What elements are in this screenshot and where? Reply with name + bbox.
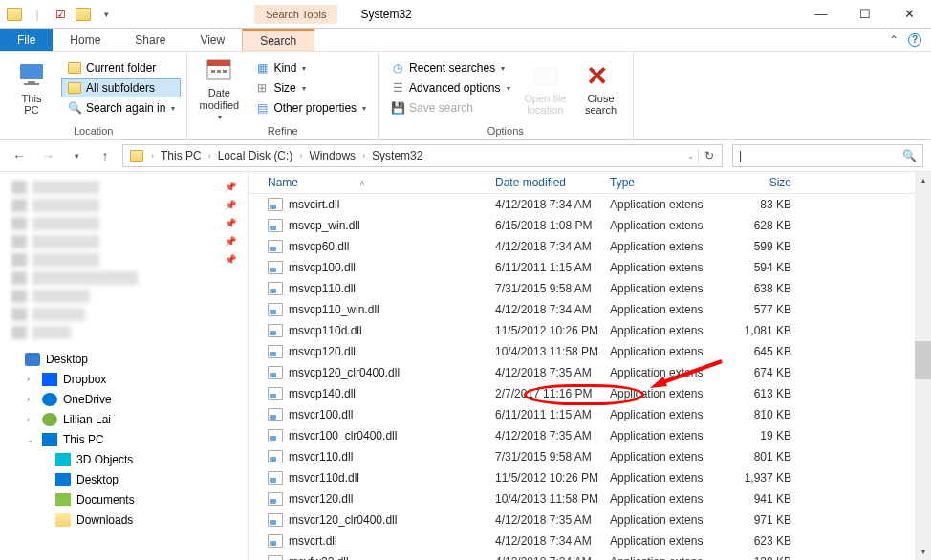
- other-properties-button[interactable]: ▤Other properties▾: [249, 98, 372, 118]
- file-row[interactable]: msvcr100.dll6/11/2011 1:15 AMApplication…: [249, 404, 931, 425]
- advanced-options-button[interactable]: ☰Advanced options▾: [384, 78, 515, 97]
- file-row[interactable]: msvcp110.dll7/31/2015 9:58 AMApplication…: [249, 278, 931, 299]
- column-header-type[interactable]: Type: [610, 176, 725, 189]
- search-box[interactable]: | 🔍: [732, 144, 923, 167]
- scroll-down-icon[interactable]: ▾: [915, 544, 931, 560]
- quick-access-item[interactable]: [8, 287, 240, 305]
- refresh-button[interactable]: ↻: [698, 149, 720, 162]
- main-content: 📌 📌 📌 📌 📌 Desktop ›Dropbox ›OneDrive ›Li…: [0, 172, 931, 560]
- vertical-scrollbar[interactable]: ▴ ▾: [915, 172, 931, 560]
- back-button[interactable]: ←: [8, 144, 31, 167]
- column-header-date[interactable]: Date modified: [495, 176, 610, 189]
- tree-dropbox[interactable]: ›Dropbox: [6, 369, 242, 389]
- this-pc-button[interactable]: This PC: [6, 60, 57, 116]
- save-search-button[interactable]: 💾Save search: [384, 98, 515, 118]
- column-header-size[interactable]: Size: [725, 176, 811, 189]
- file-size: 810 KB: [725, 408, 811, 421]
- tree-desktop[interactable]: Desktop: [6, 349, 242, 369]
- file-row[interactable]: msvcp_win.dll6/15/2018 1:08 PMApplicatio…: [249, 215, 931, 236]
- search-again-in-button[interactable]: 🔍Search again in▾: [61, 98, 181, 118]
- file-row[interactable]: msvcrt.dll4/12/2018 7:34 AMApplication e…: [249, 530, 931, 551]
- pin-icon: 📌: [225, 218, 236, 228]
- file-row[interactable]: msvcp140.dll2/7/2017 11:16 PMApplication…: [249, 383, 931, 404]
- tree-this-pc[interactable]: ⌄This PC: [6, 429, 242, 449]
- quick-access-item[interactable]: 📌: [8, 196, 240, 214]
- size-button[interactable]: ⊞Size▾: [249, 78, 372, 97]
- svg-rect-6: [217, 70, 221, 73]
- save-icon: 💾: [390, 100, 405, 116]
- maximize-button[interactable]: ☐: [843, 0, 887, 29]
- chevron-right-icon[interactable]: ›: [296, 151, 305, 161]
- file-row[interactable]: msvcp120.dll10/4/2013 11:58 PMApplicatio…: [249, 341, 931, 362]
- date-modified-button[interactable]: Date modified ▾: [193, 54, 245, 120]
- file-row[interactable]: msvcr110.dll7/31/2015 9:58 AMApplication…: [249, 446, 931, 467]
- desktop-icon: [25, 353, 40, 366]
- help-icon[interactable]: ?: [908, 33, 921, 47]
- minimize-button[interactable]: —: [799, 0, 843, 29]
- all-subfolders-button[interactable]: All subfolders: [61, 78, 181, 97]
- file-name: msvcp_win.dll: [289, 219, 360, 232]
- file-row[interactable]: msvfw32.dll4/12/2018 7:34 AMApplication …: [249, 551, 931, 560]
- file-row[interactable]: msvcirt.dll4/12/2018 7:34 AMApplication …: [249, 194, 931, 215]
- file-row[interactable]: msvcp60.dll4/12/2018 7:34 AMApplication …: [249, 236, 931, 257]
- quick-access-item[interactable]: [8, 269, 240, 287]
- chevron-right-icon[interactable]: ›: [359, 151, 368, 161]
- properties-icon[interactable]: ☑: [50, 4, 71, 25]
- chevron-down-icon[interactable]: ⌄: [27, 435, 36, 444]
- tree-3d-objects[interactable]: 3D Objects: [6, 449, 242, 469]
- qat-customize-icon[interactable]: ▾: [96, 4, 117, 25]
- close-search-button[interactable]: ✕ Close search: [575, 60, 627, 116]
- view-tab[interactable]: View: [183, 29, 242, 51]
- address-bar[interactable]: › This PC › Local Disk (C:) › Windows › …: [122, 144, 723, 167]
- file-tab[interactable]: File: [0, 29, 53, 51]
- breadcrumb-segment[interactable]: Local Disk (C:): [214, 149, 297, 162]
- recent-locations-button[interactable]: ▾: [65, 144, 88, 167]
- share-tab[interactable]: Share: [118, 29, 183, 51]
- file-row[interactable]: msvcp120_clr0400.dll4/12/2018 7:35 AMApp…: [249, 362, 931, 383]
- column-header-name[interactable]: Name∧: [249, 176, 495, 189]
- scroll-thumb[interactable]: [915, 341, 931, 379]
- quick-access-item[interactable]: 📌: [8, 178, 240, 196]
- up-button[interactable]: ↑: [94, 144, 117, 167]
- chevron-right-icon[interactable]: ›: [206, 151, 214, 161]
- current-folder-button[interactable]: Current folder: [61, 58, 181, 77]
- address-dropdown-icon[interactable]: ⌄: [684, 151, 698, 161]
- breadcrumb-segment[interactable]: System32: [368, 149, 426, 162]
- chevron-right-icon[interactable]: ›: [27, 415, 36, 424]
- home-tab[interactable]: Home: [53, 29, 118, 51]
- tree-documents[interactable]: Documents: [6, 489, 242, 509]
- tree-desktop2[interactable]: Desktop: [6, 469, 242, 489]
- file-row[interactable]: msvcp110d.dll11/5/2012 10:26 PMApplicati…: [249, 320, 931, 341]
- tree-onedrive[interactable]: ›OneDrive: [6, 389, 242, 409]
- recent-icon: ◷: [390, 60, 405, 75]
- forward-button[interactable]: →: [36, 144, 59, 167]
- search-tab[interactable]: Search: [242, 29, 314, 51]
- search-icon[interactable]: 🔍: [902, 149, 917, 162]
- file-row[interactable]: msvcr120_clr0400.dll4/12/2018 7:35 AMApp…: [249, 509, 931, 530]
- new-folder-icon[interactable]: [73, 4, 94, 25]
- file-name: msvcr120.dll: [289, 492, 353, 506]
- file-row[interactable]: msvcp110_win.dll4/12/2018 7:34 AMApplica…: [249, 299, 931, 320]
- recent-searches-button[interactable]: ◷Recent searches▾: [384, 58, 515, 77]
- breadcrumb-segment[interactable]: This PC: [157, 149, 206, 162]
- file-row[interactable]: msvcp100.dll6/11/2011 1:15 AMApplication…: [249, 257, 931, 278]
- chevron-right-icon[interactable]: ›: [148, 151, 157, 161]
- file-row[interactable]: msvcr110d.dll11/5/2012 10:26 PMApplicati…: [249, 467, 931, 488]
- quick-access-item[interactable]: 📌: [8, 250, 240, 269]
- file-row[interactable]: msvcr100_clr0400.dll4/12/2018 7:35 AMApp…: [249, 425, 931, 446]
- window-controls: — ☐ ✕: [799, 0, 931, 29]
- quick-access-item[interactable]: 📌: [8, 232, 240, 250]
- quick-access-item[interactable]: 📌: [8, 214, 240, 232]
- quick-access-item[interactable]: [8, 323, 240, 341]
- chevron-right-icon[interactable]: ›: [27, 375, 36, 384]
- quick-access-item[interactable]: [8, 305, 240, 323]
- scroll-up-icon[interactable]: ▴: [915, 172, 931, 188]
- file-row[interactable]: msvcr120.dll10/4/2013 11:58 PMApplicatio…: [249, 488, 931, 509]
- kind-button[interactable]: ▦Kind▾: [249, 58, 372, 77]
- tree-downloads[interactable]: Downloads: [6, 509, 242, 529]
- close-button[interactable]: ✕: [887, 0, 931, 29]
- tree-user[interactable]: ›Lillian Lai: [6, 409, 242, 429]
- collapse-ribbon-icon[interactable]: ⌃: [889, 33, 899, 47]
- chevron-right-icon[interactable]: ›: [27, 395, 36, 404]
- breadcrumb-segment[interactable]: Windows: [305, 149, 359, 162]
